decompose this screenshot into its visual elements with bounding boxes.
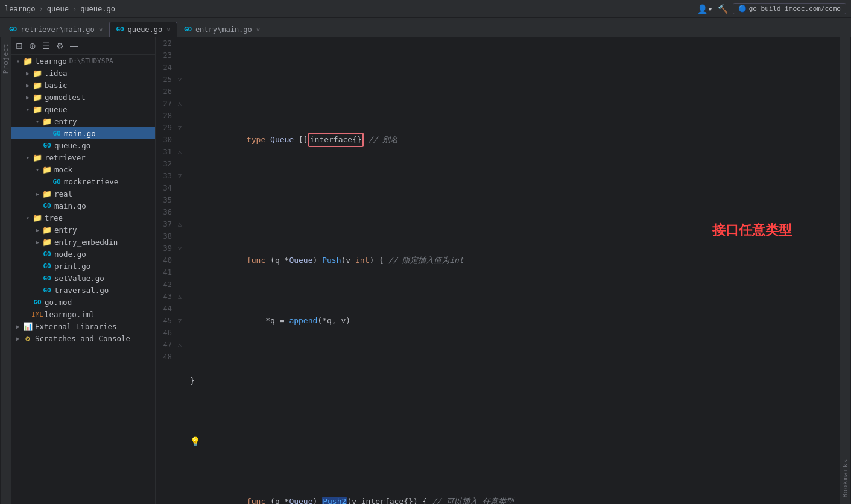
- tree-item-idea[interactable]: ▶ 📁 .idea: [11, 67, 155, 79]
- tree-label-traversal-go: traversal.go: [54, 286, 109, 295]
- code-line-23: type Queue []interface{} // 别名: [190, 134, 840, 146]
- editor-area: 22 23 24 25 26 27 28 29 30 31 32 33 34 3…: [156, 37, 840, 504]
- tree-label-mock: mock: [54, 165, 72, 174]
- tree-label-ext-libs: External Libraries: [35, 322, 116, 331]
- tab-entry-close[interactable]: ×: [256, 26, 261, 34]
- tree-item-mockretrieve[interactable]: GO mockretrieve: [11, 175, 155, 187]
- fold-45[interactable]: ▽: [178, 315, 185, 327]
- top-bar: learngo › queue › queue.go 👤▾ 🔨 🔵 go bui…: [0, 0, 851, 18]
- tab-entry[interactable]: GO entry\main.go ×: [177, 22, 267, 37]
- tree-item-tree[interactable]: ▾ 📁 tree: [11, 212, 155, 224]
- tree-item-real[interactable]: ▶ 📁 real: [11, 187, 155, 200]
- editor-content[interactable]: 22 23 24 25 26 27 28 29 30 31 32 33 34 3…: [156, 37, 840, 504]
- go-icon: 🔵: [738, 5, 747, 13]
- code-line-26: *q = append(*q, v): [190, 315, 840, 327]
- tree-item-print-go[interactable]: GO print.go: [11, 260, 155, 272]
- sidebar-toolbar: ⊟ ⊕ ☰ ⚙ —: [11, 37, 155, 55]
- tab-retriever[interactable]: GO retriever\main.go ×: [2, 22, 109, 37]
- breadcrumb-queue[interactable]: queue: [47, 5, 69, 13]
- folder-icon-retriever: 📁: [33, 153, 42, 162]
- ext-libs-icon: 📊: [23, 321, 33, 331]
- tree-item-retriever-main[interactable]: GO main.go: [11, 200, 155, 212]
- tab-retriever-label: retriever\main.go: [21, 25, 95, 34]
- close-sidebar-button[interactable]: —: [69, 40, 80, 52]
- fold-43[interactable]: △: [178, 291, 185, 303]
- tree-item-go-mod[interactable]: GO go.mod: [11, 296, 155, 308]
- interface-box: interface{}: [308, 133, 364, 147]
- folder-icon-idea: 📁: [33, 68, 42, 78]
- hammer-icon[interactable]: 🔨: [718, 4, 728, 14]
- tree-label-setvalue-go: setValue.go: [54, 274, 104, 283]
- folder-icon-real: 📁: [42, 189, 52, 198]
- fold-27[interactable]: △: [178, 98, 185, 110]
- tree-item-queue-go[interactable]: GO queue.go: [11, 139, 155, 151]
- tree-label-node-go: node.go: [54, 250, 86, 259]
- code-line-22: [190, 74, 840, 86]
- tree-label-main-go: main.go: [64, 129, 96, 138]
- fold-29[interactable]: ▽: [178, 122, 185, 134]
- tree-label-queue-go: queue.go: [54, 141, 90, 150]
- locate-file-button[interactable]: ⊕: [28, 40, 37, 52]
- arrow-real: ▶: [33, 191, 42, 197]
- folder-icon-queue: 📁: [33, 104, 42, 114]
- folder-icon-learngo: 📁: [23, 56, 33, 66]
- tree-item-tree-entry[interactable]: ▶ 📁 entry: [11, 224, 155, 236]
- code-line-27: }: [190, 375, 840, 387]
- fold-31[interactable]: △: [178, 146, 185, 158]
- code-editor[interactable]: type Queue []interface{} // 别名 func (q *…: [185, 37, 840, 504]
- fold-37[interactable]: △: [178, 218, 185, 230]
- go-build-button[interactable]: 🔵 go build imooc.com/ccmo: [733, 3, 846, 14]
- tree-item-learngo[interactable]: ▾ 📁 learngo D:\STUDYSPA: [11, 55, 155, 67]
- fold-gutter: ▽ △ ▽ △ ▽ △ ▽ △ ▽: [177, 37, 185, 504]
- breadcrumb: learngo › queue › queue.go: [5, 5, 115, 13]
- breadcrumb-file[interactable]: queue.go: [80, 5, 115, 13]
- folder-icon-entry: 📁: [42, 116, 52, 126]
- tree-item-node-go[interactable]: GO node.go: [11, 248, 155, 260]
- code-text-23: type Queue []interface{} // 别名: [190, 121, 840, 159]
- project-panel-label: Project: [2, 43, 10, 74]
- code-line-29: func (q *Queue) Push2(v interface{}) { /…: [190, 496, 840, 504]
- main-area: Project ⊟ ⊕ ☰ ⚙ — ▾ 📁 learngo D:\STUDYSP…: [0, 37, 851, 504]
- fold-25[interactable]: ▽: [178, 74, 185, 86]
- fold-47[interactable]: △: [178, 339, 185, 351]
- tree-label-tree-entry: entry: [54, 225, 77, 235]
- folder-icon-mock: 📁: [42, 165, 52, 174]
- tree-label-learngo: learngo: [35, 57, 67, 66]
- settings-button[interactable]: ⚙: [55, 40, 65, 52]
- go-file-icon-mod: GO: [33, 297, 42, 307]
- tree-item-entry[interactable]: ▾ 📁 entry: [11, 115, 155, 127]
- tree-label-learngo-iml: learngo.iml: [45, 310, 95, 319]
- tree-item-setvalue-go[interactable]: GO setValue.go: [11, 272, 155, 284]
- folder-icon-gomodtest: 📁: [33, 92, 42, 102]
- go-file-icon-retriever-main: GO: [42, 201, 52, 210]
- tree-item-retriever[interactable]: ▾ 📁 retriever: [11, 151, 155, 163]
- tree-item-basic[interactable]: ▶ 📁 basic: [11, 79, 155, 91]
- tree-item-entry-embeddin[interactable]: ▶ 📁 entry_embeddin: [11, 236, 155, 248]
- tree-item-traversal-go[interactable]: GO traversal.go: [11, 284, 155, 296]
- expand-all-button[interactable]: ☰: [41, 40, 51, 52]
- collapse-all-button[interactable]: ⊟: [14, 40, 24, 52]
- arrow-tree-entry: ▶: [33, 227, 42, 233]
- tree-item-learngo-iml[interactable]: IML learngo.iml: [11, 308, 155, 320]
- tree-label-print-go: print.go: [54, 262, 90, 271]
- tab-bar: GO retriever\main.go × GO queue.go × GO …: [0, 18, 851, 37]
- tree-item-scratches[interactable]: ▶ ⚙ Scratches and Console: [11, 332, 155, 344]
- user-icon[interactable]: 👤▾: [697, 4, 712, 14]
- tab-retriever-close[interactable]: ×: [99, 26, 103, 34]
- arrow-gomodtest: ▶: [23, 94, 33, 101]
- tree-item-queue[interactable]: ▾ 📁 queue: [11, 103, 155, 115]
- code-text-25: func (q *Queue) Push(v int) { // 限定插入值为i…: [190, 242, 840, 279]
- tree-item-mock[interactable]: ▾ 📁 mock: [11, 163, 155, 175]
- tree-item-ext-libs[interactable]: ▶ 📊 External Libraries: [11, 320, 155, 332]
- bulb-icon[interactable]: 💡: [190, 435, 200, 447]
- fold-39[interactable]: ▽: [178, 242, 185, 254]
- breadcrumb-root[interactable]: learngo: [5, 5, 36, 13]
- tab-queue[interactable]: GO queue.go ×: [109, 22, 177, 37]
- arrow-retriever: ▾: [23, 154, 33, 161]
- tree-label-entry-embeddin: entry_embeddin: [54, 238, 118, 247]
- tab-queue-close[interactable]: ×: [166, 26, 171, 34]
- go-file-icon-print: GO: [42, 261, 52, 271]
- tree-item-main-go[interactable]: GO main.go: [11, 127, 155, 139]
- tree-item-gomodtest[interactable]: ▶ 📁 gomodtest: [11, 91, 155, 103]
- fold-33[interactable]: ▽: [178, 170, 185, 182]
